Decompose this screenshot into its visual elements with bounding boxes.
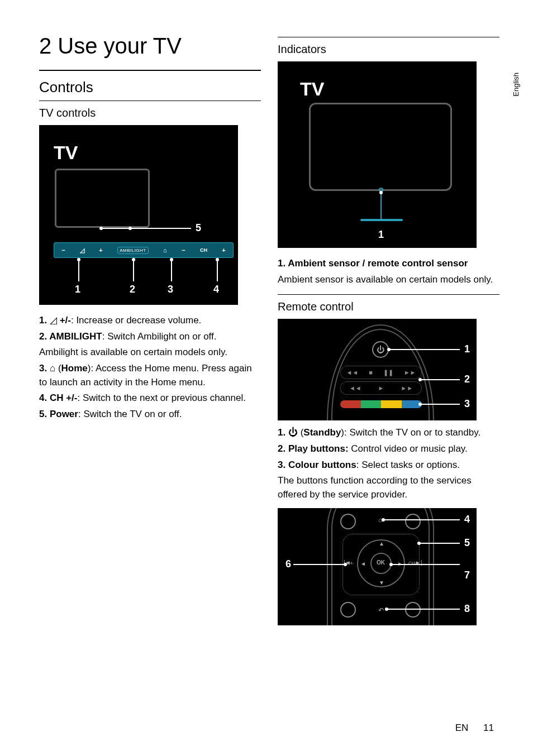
item-2b: Ambilight is available on certain models…	[39, 346, 261, 360]
power-icon: ⏻	[288, 427, 298, 438]
callout-8: 8	[464, 603, 470, 615]
stand-line	[380, 193, 382, 221]
lead-line	[133, 259, 134, 281]
dot	[77, 258, 80, 261]
lead-line	[384, 519, 460, 520]
play-row-2: ◄◄ ► ►►	[340, 381, 422, 395]
callout-4: 4	[464, 514, 470, 525]
callout-5: 5	[464, 537, 470, 549]
colour-buttons	[340, 400, 422, 408]
subsection-heading: TV controls	[39, 107, 261, 119]
ch-label: CH	[200, 247, 207, 253]
home-icon: ⌂	[50, 363, 55, 374]
minus-icon: −	[182, 247, 185, 253]
rc1-item-1: 1. ⏻ (Standby): Switch the TV on or to s…	[278, 426, 499, 440]
plus-icon: +	[99, 247, 102, 253]
callout-1: 1	[464, 343, 470, 355]
page-footer: EN 11	[455, 722, 494, 734]
stop-icon: ■	[369, 369, 373, 376]
tv-outline	[55, 169, 150, 228]
lead-line	[389, 349, 460, 350]
figure-remote-nav: ⌂ OK ▲ ▼ ◄ ► CH- CH+ |◄ ►| ↶ 6	[278, 508, 477, 625]
callout-3: 3	[464, 398, 470, 410]
ok-label: OK	[377, 559, 385, 566]
play-row-1: ◄◄ ■ ❚❚ ►►	[340, 366, 422, 379]
figure-indicators: TV 1	[278, 61, 477, 248]
lead-line	[217, 259, 218, 281]
play-icon: ►	[378, 385, 384, 391]
subsection-heading: Remote control	[278, 300, 499, 313]
item-5: 5. Power: Switch the TV on or off.	[39, 408, 261, 422]
volume-icon: ◿	[80, 247, 84, 254]
prev-icon: ◄◄	[346, 369, 358, 376]
rc1-item-3: 3. Colour buttons: Select tasks or optio…	[278, 458, 499, 472]
figure-remote-top: ⏻ ◄◄ ■ ❚❚ ►► ◄◄ ► ►► 1	[278, 319, 477, 420]
item-3: 3. ⌂ (Home): Access the Home menu. Press…	[39, 362, 261, 389]
ind-item-1b: Ambient sensor is available on certain m…	[278, 273, 499, 287]
lead-line	[420, 543, 460, 544]
chapter-title: 2 Use your TV	[39, 34, 261, 59]
dot	[216, 258, 219, 261]
ambilight-label: AMBILIGHT	[117, 247, 149, 254]
footer-lang: EN	[455, 722, 469, 733]
item-2: 2. AMBILIGHT: Switch Ambilight on or off…	[39, 330, 261, 344]
callout-3: 3	[168, 284, 173, 295]
callout-4: 4	[213, 284, 219, 295]
lead-line	[293, 564, 345, 565]
lead-line	[392, 564, 460, 565]
item-4: 4. CH +/-: Switch to the next or previou…	[39, 391, 261, 405]
lead-line	[387, 609, 460, 610]
dot	[132, 258, 135, 261]
up-arrow-icon: ▲	[379, 540, 384, 547]
back-icon: ↶	[378, 606, 384, 614]
lead-line	[78, 259, 79, 281]
figure-tv-controls: TV 5 − ◿ + AMBILIGHT ⌂ − CH + 1	[39, 125, 238, 305]
down-arrow-icon: ▼	[379, 580, 384, 586]
callout-6: 6	[285, 558, 291, 570]
left-column: 2 Use your TV Controls TV controls TV 5 …	[39, 34, 261, 632]
lead-line	[171, 259, 172, 281]
green-button	[361, 400, 382, 408]
item-1: 1. ◿ +/-: Increase or decrease volume.	[39, 314, 261, 328]
divider	[39, 101, 261, 101]
right-column: Indicators TV 1 1. Ambient sensor / remo…	[278, 34, 499, 632]
callout-1: 1	[75, 284, 80, 295]
content-columns: 2 Use your TV Controls TV controls TV 5 …	[39, 34, 499, 632]
pause-icon: ❚❚	[383, 369, 393, 376]
tv-outline	[309, 103, 452, 191]
home-icon: ⌂	[163, 247, 167, 253]
callout-1: 1	[378, 229, 384, 241]
subsection-heading: Indicators	[278, 43, 499, 56]
lead-line	[421, 379, 460, 380]
lead-line	[102, 228, 191, 229]
callout-2: 2	[464, 374, 470, 385]
yellow-button	[381, 400, 402, 408]
rc1-item-2: 2. Play buttons: Control video or music …	[278, 442, 499, 456]
tv-label: TV	[300, 78, 324, 100]
ffwd-icon: ►►	[401, 385, 413, 391]
volume-icon: ◿	[50, 315, 60, 326]
plus-icon: +	[222, 247, 225, 253]
ind-item-1: 1. Ambient sensor / remote control senso…	[278, 257, 499, 271]
callout-2: 2	[130, 284, 135, 295]
rewind-icon: ◄◄	[349, 385, 361, 391]
tv-label: TV	[54, 142, 78, 164]
callout-7: 7	[464, 570, 470, 581]
divider	[39, 70, 261, 71]
callout-5: 5	[196, 222, 201, 234]
minus-icon: −	[61, 247, 65, 253]
dot	[379, 191, 383, 194]
language-tab: English	[512, 73, 520, 97]
red-button	[340, 400, 361, 408]
left-arrow-icon: ◄	[360, 561, 366, 567]
lead-line	[421, 404, 460, 405]
divider	[278, 294, 499, 295]
stand-base	[360, 219, 403, 221]
divider	[278, 37, 499, 37]
rc1-item-note: The buttons function according to the se…	[278, 474, 499, 501]
section-heading: Controls	[39, 79, 261, 96]
tv-button-bar: − ◿ + AMBILIGHT ⌂ − CH +	[54, 242, 234, 258]
dot	[170, 258, 173, 261]
next-icon: ►►	[404, 369, 416, 376]
footer-page-number: 11	[483, 722, 494, 733]
